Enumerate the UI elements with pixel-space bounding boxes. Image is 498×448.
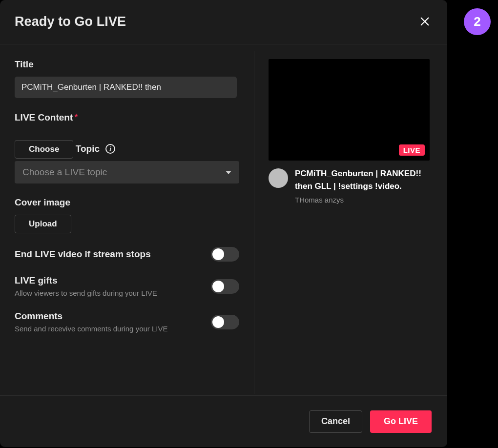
topic-select-placeholder: Choose a LIVE topic <box>22 167 107 178</box>
live-badge: LIVE <box>399 144 425 156</box>
live-content-label-text: LIVE Content <box>15 112 73 122</box>
end-stream-toggle-row: End LIVE video if stream stops <box>15 247 239 262</box>
gifts-toggle-row: LIVE gifts Allow viewers to send gifts d… <box>15 275 239 297</box>
divider-vertical <box>254 51 254 394</box>
info-icon[interactable]: i <box>105 144 115 154</box>
end-stream-toggle[interactable] <box>211 247 239 262</box>
go-live-modal: Ready to Go LIVE Title LIVE Content* Cho… <box>0 0 447 447</box>
required-indicator: * <box>74 112 78 122</box>
close-button[interactable] <box>417 14 433 29</box>
close-icon <box>420 16 430 27</box>
comments-toggle-label: Comments <box>15 311 168 322</box>
modal-header: Ready to Go LIVE <box>0 0 447 44</box>
gifts-toggle[interactable] <box>211 279 239 294</box>
go-live-button[interactable]: Go LIVE <box>370 410 432 433</box>
choose-live-content-button[interactable]: Choose <box>15 140 73 159</box>
cancel-button[interactable]: Cancel <box>309 410 362 433</box>
title-label: Title <box>15 59 239 70</box>
avatar <box>269 168 288 188</box>
gifts-toggle-subtitle: Allow viewers to send gifts during your … <box>15 289 157 297</box>
preview-title: PCMiTH_Genburten | RANKED!! then GLL | !… <box>295 167 432 193</box>
preview-username: THomas anzys <box>295 196 432 204</box>
stream-preview: LIVE <box>269 59 430 161</box>
form-panel: Title LIVE Content* Choose Topic i Choos… <box>0 44 254 388</box>
comments-toggle-subtitle: Send and recevive comments during your L… <box>15 325 168 333</box>
topic-select[interactable]: Choose a LIVE topic <box>15 161 239 183</box>
title-input[interactable] <box>15 77 237 98</box>
end-stream-toggle-label: End LIVE video if stream stops <box>15 249 151 260</box>
comments-toggle[interactable] <box>211 315 239 329</box>
modal-footer: Cancel Go LIVE <box>0 395 447 447</box>
gifts-toggle-label: LIVE gifts <box>15 275 157 286</box>
preview-panel: LIVE PCMiTH_Genburten | RANKED!! then GL… <box>254 44 447 388</box>
preview-meta: PCMiTH_Genburten | RANKED!! then GLL | !… <box>269 167 432 204</box>
upload-cover-button[interactable]: Upload <box>15 215 71 233</box>
live-content-label: LIVE Content* <box>15 112 239 123</box>
modal-title: Ready to Go LIVE <box>15 14 126 29</box>
comments-toggle-row: Comments Send and recevive comments duri… <box>15 311 239 333</box>
chevron-down-icon <box>226 171 231 174</box>
topic-label: Topic <box>76 143 100 154</box>
cover-image-label: Cover image <box>15 197 239 208</box>
step-badge: 2 <box>464 8 491 35</box>
topic-label-row: Topic i <box>76 143 115 154</box>
